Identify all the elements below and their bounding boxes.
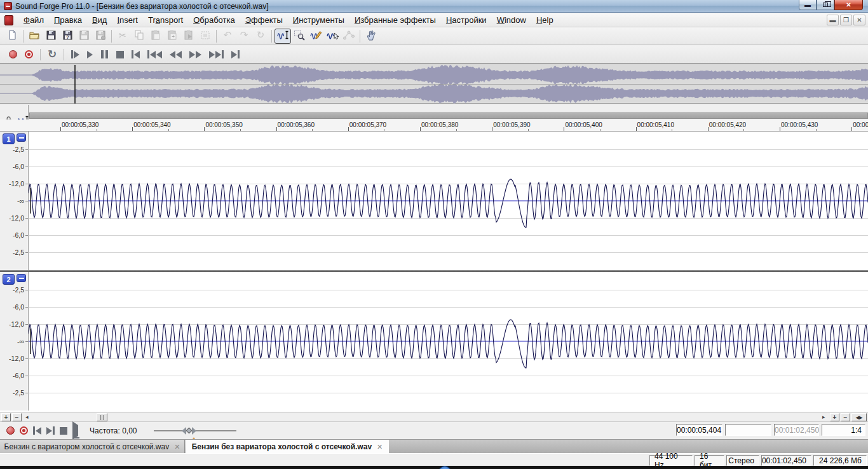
close-button[interactable]: ✕ xyxy=(834,0,863,10)
menu-item-10[interactable]: Window xyxy=(492,14,531,26)
overview-waveform[interactable] xyxy=(0,64,868,104)
cut-button[interactable]: ✂ xyxy=(114,29,131,44)
magnify-button[interactable] xyxy=(291,29,308,44)
playbar-record-remote-button[interactable] xyxy=(17,424,31,438)
zoom-ratio-box[interactable]: 1:4 xyxy=(822,424,865,436)
rate-slider[interactable] xyxy=(154,425,236,437)
save-all-button[interactable] xyxy=(76,29,92,44)
menu-item-2[interactable]: Вид xyxy=(87,14,112,26)
menu-item-1[interactable]: Правка xyxy=(49,14,87,26)
publish-button[interactable] xyxy=(92,29,109,44)
svg-text:+: + xyxy=(172,34,175,39)
scrollbar-thumb[interactable] xyxy=(97,413,107,421)
zoom-out-button-right[interactable]: − xyxy=(841,413,850,421)
stop-button[interactable] xyxy=(112,47,128,62)
start-orb-icon[interactable] xyxy=(438,466,451,469)
channel-1[interactable]: -2,5-6,0-12,0-∞-12,0-6,0-2,51 xyxy=(0,132,868,270)
new-document-button[interactable] xyxy=(4,29,20,44)
selection-start-box[interactable] xyxy=(725,424,771,436)
restore-button[interactable] xyxy=(817,0,834,10)
waveform-editor[interactable]: -2,5-6,0-12,0-∞-12,0-6,0-2,51-2,5-6,0-12… xyxy=(0,132,868,412)
zoom-in-button-left[interactable]: + xyxy=(1,413,11,421)
overview-navigator[interactable] xyxy=(0,64,868,104)
menu-item-7[interactable]: Инструменты xyxy=(288,14,349,26)
pencil-button[interactable] xyxy=(308,29,324,44)
channel-minimize-button[interactable] xyxy=(17,274,26,282)
channel-number-badge[interactable]: 1 xyxy=(3,133,15,144)
channel-minimize-button[interactable] xyxy=(17,133,26,142)
ruler-label: 00:00:05,390 xyxy=(493,121,530,128)
zoom-fit-button[interactable]: ◂▸ xyxy=(851,413,867,421)
db-scale-label: -2,5 xyxy=(0,146,24,153)
cursor-position-box[interactable]: 00:00:05,404 xyxy=(676,424,722,436)
menu-item-0[interactable]: Файл xyxy=(18,14,49,26)
event-tool-button[interactable] xyxy=(324,29,341,44)
waveform-channel-2[interactable] xyxy=(29,272,868,411)
envelope-button[interactable] xyxy=(341,29,357,44)
playbar-play-normal-button[interactable] xyxy=(70,424,81,438)
go-end-button[interactable] xyxy=(227,47,243,62)
forward-all-button[interactable] xyxy=(205,47,227,62)
db-scale-label: -12,0 xyxy=(0,180,24,187)
playbar-stop-button[interactable] xyxy=(57,424,70,438)
menu-item-5[interactable]: Обработка xyxy=(188,14,240,26)
pause-button[interactable] xyxy=(97,47,112,62)
zoom-in-button-right[interactable]: + xyxy=(830,413,839,421)
mdi-restore-button[interactable]: ❐ xyxy=(840,15,852,25)
menu-item-4[interactable]: Transport xyxy=(143,14,188,26)
tab-close-icon[interactable]: ✕ xyxy=(174,443,180,451)
play-all-button[interactable] xyxy=(67,47,83,62)
menu-item-8[interactable]: Избранные эффекты xyxy=(349,14,441,26)
hand-button[interactable] xyxy=(363,29,379,44)
record-remote-button[interactable] xyxy=(21,47,37,62)
forward-button[interactable] xyxy=(186,47,205,62)
document-tab-1[interactable]: Бензин с вариатором холостой с отсечкой.… xyxy=(0,440,185,454)
tab-close-icon[interactable]: ✕ xyxy=(377,443,383,451)
menu-item-6[interactable]: Эффекты xyxy=(240,14,288,26)
open-folder-button[interactable] xyxy=(26,29,43,44)
time-ruler[interactable]: 00:00:05,33000:00:05,34000:00:05,35000:0… xyxy=(0,119,868,132)
svg-text:↶: ↶ xyxy=(224,29,232,41)
paste-special-button[interactable]: + xyxy=(164,29,180,44)
loop-button[interactable]: ↻ xyxy=(44,47,60,62)
mdi-minimize-button[interactable]: ▬ xyxy=(827,15,839,25)
position-bar[interactable] xyxy=(29,112,868,119)
ruler-label: 00:00:05,400 xyxy=(565,121,602,128)
scroll-left-arrow[interactable]: ◂ xyxy=(25,414,29,420)
channel-number-badge[interactable]: 2 xyxy=(3,274,15,285)
playbar-go-end-button[interactable] xyxy=(44,424,57,438)
playbar-go-start-button[interactable] xyxy=(31,424,44,438)
menu-item-9[interactable]: Настройки xyxy=(441,14,492,26)
selection-length-box[interactable]: 00:01:02,450 xyxy=(774,424,819,436)
minimize-button[interactable]: ▬ xyxy=(799,0,817,10)
redo-button[interactable]: ↷ xyxy=(236,29,252,44)
paste-play-button[interactable] xyxy=(180,29,197,44)
rewind-button[interactable] xyxy=(166,47,186,62)
menu-item-3[interactable]: Insert xyxy=(112,14,143,26)
playbar-record-button[interactable] xyxy=(4,424,17,438)
paste-button[interactable] xyxy=(147,29,164,44)
record-button[interactable] xyxy=(5,47,21,62)
play-button[interactable] xyxy=(83,47,97,62)
ruler-label: 00:00:05,420 xyxy=(709,121,746,128)
restore-icon xyxy=(823,3,828,7)
channel-2[interactable]: -2,5-6,0-12,0-∞-12,0-6,0-2,52 xyxy=(0,272,868,411)
mdi-close-button[interactable]: ✕ xyxy=(853,15,865,25)
go-start-button[interactable] xyxy=(128,47,144,62)
undo-button[interactable]: ↶ xyxy=(219,29,236,44)
zoom-out-button-left[interactable]: − xyxy=(12,413,22,421)
rewind-all-button[interactable] xyxy=(144,47,166,62)
db-scale-tick xyxy=(25,290,28,290)
document-tab-2[interactable]: Бензин без вариатора холостой с отсечкой… xyxy=(186,440,389,454)
menu-item-11[interactable]: Help xyxy=(531,14,559,26)
waveform-channel-1[interactable] xyxy=(29,132,868,270)
repeat-button[interactable]: ↻ xyxy=(252,29,269,44)
save-as-button[interactable]: ? xyxy=(59,29,76,44)
copy-button[interactable] xyxy=(131,29,147,44)
trim-button[interactable] xyxy=(197,29,214,44)
edit-tool-button[interactable] xyxy=(275,29,291,44)
scroll-right-arrow[interactable]: ▸ xyxy=(822,414,825,420)
db-scale-tick xyxy=(25,252,28,253)
save-button[interactable] xyxy=(43,29,59,44)
rate-slider-handle[interactable] xyxy=(182,427,196,435)
